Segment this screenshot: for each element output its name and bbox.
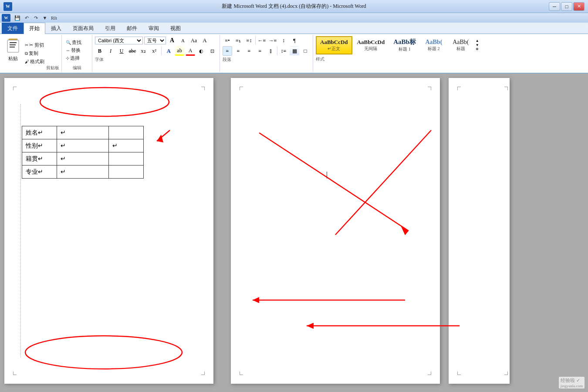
replace-button[interactable]: ↔ 替换 [64,47,89,54]
border-btn-font[interactable]: ⊡ [207,46,217,56]
hometown-extra-cell[interactable] [109,152,144,166]
italic-button[interactable]: I [106,46,115,56]
font-color-button[interactable]: A [186,46,195,56]
align-right-button[interactable]: ≡ [244,46,254,56]
border-para-button[interactable]: □ [301,46,310,56]
styles-down[interactable]: ▼ [476,43,479,47]
svg-marker-8 [157,135,163,142]
bullets-button[interactable]: ≡• [223,36,232,45]
corner-br-2 [428,372,431,375]
styles-expand[interactable]: ⊕ [476,47,479,51]
select-button[interactable]: ⊹ 选择 [64,54,89,62]
gender-label-cell[interactable]: 性别↵ [22,139,57,152]
watermark: 经验啦 ✓ jingyanla.com [559,377,585,389]
paragraph-group: ≡• ≡₁ ≡↕ ←≡ →≡ ↕ ¶ ≡ ≡ ≡ ≡ ⫿ ↕≡ ▦ □ 段落 [220,35,313,72]
name-value-cell[interactable]: ↵ [57,126,109,139]
corner-tr-1 [201,87,205,90]
corner-tr-3 [504,87,508,90]
styles-up[interactable]: ▲ [476,39,479,43]
increase-indent-button[interactable]: →≡ [268,36,277,45]
align-center-button[interactable]: ≡ [233,46,243,56]
table-row: 专业↵ ↵ [22,166,144,179]
word-logo: W [2,14,10,22]
shading-btn[interactable]: ◐ [196,46,206,56]
style-heading1[interactable]: AaBb标 标题 1 [389,36,420,54]
corner-bl-1 [13,372,17,375]
change-case-button[interactable]: Aa [189,36,199,45]
show-mark-button[interactable]: ¶ [290,36,299,45]
shrink-font-button[interactable]: A [178,36,188,45]
hometown-value-cell[interactable]: ↵ [57,152,109,166]
strikethrough-button[interactable]: abc [128,46,137,56]
columns-button[interactable]: ⫿ [266,46,276,56]
close-button[interactable]: ✕ [573,2,585,11]
decrease-indent-button[interactable]: ←≡ [257,36,267,45]
redo-quick-btn[interactable]: ↷ [32,14,40,22]
find-icon: 🔍 [66,40,71,45]
line-spacing-button[interactable]: ↕≡ [279,46,288,56]
sort-button[interactable]: ↕ [279,36,288,45]
justify-button[interactable]: ≡ [255,46,265,56]
gender-extra-cell[interactable]: ↵ [109,139,144,152]
paste-button[interactable]: 粘贴 [3,36,23,71]
svg-point-6 [25,336,182,369]
tab-review[interactable]: 审阅 [143,23,165,34]
page-2 [231,78,440,384]
gender-value-cell[interactable]: ↵ [57,139,109,152]
cut-button[interactable]: ✂ ✂ 剪切 [24,41,46,49]
clear-format-button[interactable]: A [200,36,210,45]
replace-icon: ↔ [66,48,70,53]
subscript-button[interactable]: x₂ [139,46,148,56]
grow-font-button[interactable]: A [167,36,177,45]
font-row-2: B I U abc x₂ x² A ab A ◐ ⊡ [95,46,217,56]
corner-bl-3 [457,372,461,375]
format-painter-icon: 🖌 [25,59,29,64]
font-size-select[interactable]: 五号 [144,37,166,44]
format-painter-button[interactable]: 🖌 格式刷 [24,58,46,65]
styles-group: AaBbCcDd ↵ 正文 AaBbCcDd 无间隔 AaBb标 标题 1 Aa… [313,35,586,72]
find-button[interactable]: 🔍 查找 [64,39,89,46]
tab-home[interactable]: 开始 [24,23,45,34]
save-quick-btn[interactable]: 💾 [14,14,21,22]
highlight-button[interactable]: ab [175,46,184,56]
underline-button[interactable]: U [117,46,126,56]
name-extra-cell[interactable] [109,126,144,139]
bold-button[interactable]: B [95,46,105,56]
customize-arrow[interactable]: ▼ [41,14,49,22]
style-heading2[interactable]: AaBb( 标题 2 [421,37,447,54]
editing-label: 编辑 [64,65,89,71]
styles-row: AaBbCcDd ↵ 正文 AaBbCcDd 无间隔 AaBb标 标题 1 Aa… [316,36,584,54]
tab-file[interactable]: 文件 [2,23,24,34]
name-label-cell[interactable]: 姓名↵ [22,126,57,139]
clipboard-group: 粘贴 ✂ ✂ 剪切 ⧉ 复制 🖌 格式刷 剪贴板 [2,35,62,72]
style-no-spacing[interactable]: AaBbCcDd 无间隔 [353,37,389,54]
tab-layout[interactable]: 页面布局 [67,23,99,34]
multilevel-button[interactable]: ≡↕ [244,36,254,45]
align-left-button[interactable]: ≡ [223,46,232,56]
tab-view[interactable]: 视图 [165,23,186,34]
divider [255,36,256,45]
style-title[interactable]: AaBb( 标题 [448,37,474,54]
superscript-button[interactable]: x² [149,46,159,56]
tab-mail[interactable]: 邮件 [121,23,143,34]
tab-insert[interactable]: 插入 [45,23,67,34]
font-group: Calibri (西文 五号 A A Aa A B I U abc x₂ x² … [92,35,220,72]
font-name-select[interactable]: Calibri (西文 [95,37,143,44]
watermark-subtext: jingyanla.com [561,384,583,388]
text-effect-button[interactable]: A [164,46,173,56]
hometown-label-cell[interactable]: 籍贯↵ [22,152,57,166]
tab-references[interactable]: 引用 [99,23,121,34]
shading-para-button[interactable]: ▦ [290,46,299,56]
major-extra-cell[interactable] [109,166,144,179]
minimize-button[interactable]: ─ [549,2,560,11]
watermark-text: 经验啦 ✓ [561,377,583,384]
svg-point-5 [40,88,169,116]
copy-button[interactable]: ⧉ 复制 [24,50,46,57]
numbering-button[interactable]: ≡₁ [233,36,243,45]
major-label-cell[interactable]: 专业↵ [22,166,57,179]
major-value-cell[interactable]: ↵ [57,166,109,179]
style-normal[interactable]: AaBbCcDd ↵ 正文 [316,36,352,54]
font-row-1: Calibri (西文 五号 A A Aa A [95,36,217,45]
undo-quick-btn[interactable]: ↶ [23,14,30,22]
maximize-button[interactable]: □ [561,2,572,11]
